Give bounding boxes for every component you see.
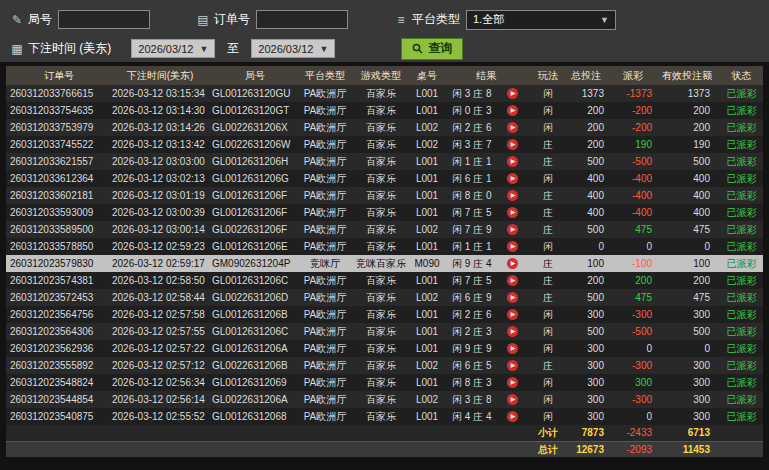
order-number-input[interactable] (256, 10, 348, 29)
table-row[interactable]: 2603120235448542026-03-12 02:56:14GL0022… (6, 391, 763, 408)
table-row[interactable]: 2603120235643062026-03-12 02:57:55GL0012… (6, 323, 763, 340)
table-row[interactable]: 2603120337546352026-03-12 03:14:30GL0012… (6, 102, 763, 119)
replay-button[interactable]: ▶ (507, 207, 518, 218)
cell-platform: PA欧洲厅 (298, 153, 352, 170)
table-row[interactable]: 2603120337539792026-03-12 03:14:26GL0022… (6, 119, 763, 136)
column-header: 桌号 (410, 66, 444, 85)
cell-result: 闲 9 庄 9▶ (444, 340, 528, 357)
date-to-picker[interactable]: 2026/03/12 ▼ (251, 39, 335, 58)
cell-platform: PA欧洲厅 (298, 357, 352, 374)
cell-table_no: L001 (410, 408, 444, 425)
table-row[interactable]: 2603120235743812026-03-12 02:58:50GL0012… (6, 272, 763, 289)
table-row[interactable]: 2603120235647562026-03-12 02:57:58GL0012… (6, 306, 763, 323)
result-text: 闲 3 庄 7 (452, 136, 491, 153)
replay-button[interactable]: ▶ (507, 173, 518, 184)
cell-valid: 300 (662, 306, 720, 323)
replay-button[interactable]: ▶ (507, 139, 518, 150)
replay-button[interactable]: ▶ (507, 105, 518, 116)
cell-round: GL0012631206H (208, 153, 298, 170)
cell-table_no: L002 (410, 136, 444, 153)
cell-round: GM0902631204P (208, 255, 298, 272)
replay-button[interactable]: ▶ (507, 343, 518, 354)
replay-button[interactable]: ▶ (507, 309, 518, 320)
cell-round: GL0022631206W (208, 136, 298, 153)
cell-round: GL0022631206D (208, 289, 298, 306)
replay-button[interactable]: ▶ (507, 275, 518, 286)
cell-table_no: L002 (410, 391, 444, 408)
table-row[interactable]: 2603120337455222026-03-12 03:13:42GL0022… (6, 136, 763, 153)
cell-bet: 0 (568, 238, 614, 255)
table-row[interactable]: 2603120235488242026-03-12 02:56:34GL0012… (6, 374, 763, 391)
round-number-input[interactable] (58, 10, 150, 29)
cell-game: 百家乐 (352, 272, 410, 289)
cell-time: 2026-03-12 02:57:12 (108, 357, 208, 374)
table-row[interactable]: 2603120336123642026-03-12 03:02:13GL0012… (6, 170, 763, 187)
date-from-picker[interactable]: 2026/03/12 ▼ (131, 39, 215, 58)
cell-game: 百家乐 (352, 170, 410, 187)
replay-button[interactable]: ▶ (507, 122, 518, 133)
cell-bet: 200 (568, 136, 614, 153)
replay-button[interactable]: ▶ (507, 241, 518, 252)
replay-button[interactable]: ▶ (507, 394, 518, 405)
table-row[interactable]: 2603120235798302026-03-12 02:59:17GM0902… (6, 255, 763, 272)
cell-table_no: L002 (410, 289, 444, 306)
table-row[interactable]: 2603120335895002026-03-12 03:00:14GL0022… (6, 221, 763, 238)
cell-bet: 500 (568, 221, 614, 238)
cell-result: 闲 1 庄 1▶ (444, 153, 528, 170)
replay-button[interactable]: ▶ (507, 156, 518, 167)
column-header: 状态 (720, 66, 763, 85)
cell-valid: 200 (662, 119, 720, 136)
platform-type-select[interactable]: 1.全部 ▼ (466, 10, 616, 30)
cell-bet: 200 (568, 272, 614, 289)
result-text: 闲 9 庄 4 (452, 255, 491, 272)
table-row[interactable]: 2603120235408752026-03-12 02:55:52GL0012… (6, 408, 763, 425)
replay-button[interactable]: ▶ (507, 360, 518, 371)
result-text: 闲 6 庄 9 (452, 289, 491, 306)
table-row[interactable]: 2603120335930092026-03-12 03:00:39GL0012… (6, 204, 763, 221)
round-number-icon: ✎ (10, 13, 24, 27)
replay-button[interactable]: ▶ (507, 377, 518, 388)
table-row[interactable]: 2603120235724532026-03-12 02:58:44GL0022… (6, 289, 763, 306)
table-row[interactable]: 2603120336021812026-03-12 03:01:19GL0012… (6, 187, 763, 204)
cell-time: 2026-03-12 03:14:30 (108, 102, 208, 119)
replay-button[interactable]: ▶ (507, 411, 518, 422)
cell-payout: -300 (614, 306, 662, 323)
cell-status: 已派彩 (720, 204, 763, 221)
cell-payout: -400 (614, 204, 662, 221)
cell-result: 闲 2 庄 3▶ (444, 323, 528, 340)
table-row[interactable]: 2603120337666152026-03-12 03:15:34GL0012… (6, 85, 763, 102)
cell-order: 260312033766615 (6, 85, 108, 102)
query-button[interactable]: 查询 (401, 38, 463, 60)
cell-order: 260312033578850 (6, 238, 108, 255)
total-row: 总计 12673 -2093 11453 (6, 441, 763, 457)
result-text: 闲 6 庄 1 (452, 170, 491, 187)
cell-valid: 200 (662, 272, 720, 289)
replay-button[interactable]: ▶ (507, 224, 518, 235)
cell-play: 庄 (528, 153, 568, 170)
cell-result: 闲 3 庄 8▶ (444, 391, 528, 408)
cell-order: 260312023564306 (6, 323, 108, 340)
cell-play: 闲 (528, 238, 568, 255)
cell-game: 百家乐 (352, 102, 410, 119)
cell-platform: PA欧洲厅 (298, 374, 352, 391)
replay-button[interactable]: ▶ (507, 88, 518, 99)
table-row[interactable]: 2603120336215572026-03-12 03:03:00GL0012… (6, 153, 763, 170)
table-row[interactable]: 2603120235629362026-03-12 02:57:22GL0012… (6, 340, 763, 357)
replay-button[interactable]: ▶ (507, 190, 518, 201)
cell-play: 庄 (528, 289, 568, 306)
cell-status: 已派彩 (720, 408, 763, 425)
replay-button[interactable]: ▶ (507, 258, 518, 269)
cell-time: 2026-03-12 03:01:19 (108, 187, 208, 204)
replay-button[interactable]: ▶ (507, 292, 518, 303)
table-row[interactable]: 2603120335788502026-03-12 02:59:23GL0012… (6, 238, 763, 255)
cell-payout: -200 (614, 119, 662, 136)
cell-platform: PA欧洲厅 (298, 391, 352, 408)
cell-round: GL0012631206F (208, 204, 298, 221)
cell-payout: 475 (614, 289, 662, 306)
cell-play: 闲 (528, 85, 568, 102)
cell-table_no: L001 (410, 306, 444, 323)
cell-status: 已派彩 (720, 187, 763, 204)
cell-bet: 300 (568, 408, 614, 425)
replay-button[interactable]: ▶ (507, 326, 518, 337)
table-row[interactable]: 2603120235558922026-03-12 02:57:12GL0022… (6, 357, 763, 374)
